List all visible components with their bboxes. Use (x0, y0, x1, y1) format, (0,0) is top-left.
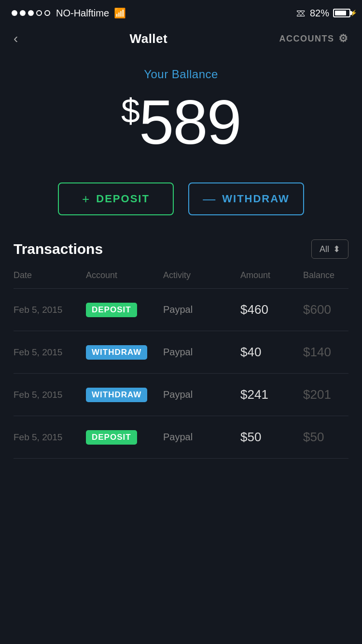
balance-section: Your Ballance $589 (0, 53, 362, 173)
action-buttons: + DEPOSIT — WITHDRAW (0, 173, 362, 239)
table-header: Date Account Activity Amount Balance (14, 270, 348, 289)
filter-dropdown[interactable]: All ⬍ (311, 239, 348, 259)
col-activity: Activity (163, 270, 240, 280)
cell-activity-3: Paypal (163, 432, 240, 443)
account-badge-2: WITHDRAW (86, 388, 147, 402)
bluetooth-icon: ⯴ (296, 8, 306, 19)
col-date: Date (14, 270, 86, 280)
withdraw-label: WITHDRAW (222, 193, 289, 205)
accounts-label: ACCOUNTS (279, 34, 334, 44)
deposit-label: DEPOSIT (96, 193, 150, 205)
dot-1 (12, 10, 17, 16)
balance-value: 589 (139, 87, 241, 157)
transactions-title: Transactions (14, 241, 103, 257)
battery-icon: ⚡ (333, 9, 350, 17)
cell-balance-0: $600 (303, 302, 356, 317)
status-left: NO-Halftime 📶 (12, 7, 126, 19)
balance-amount: $589 (121, 91, 241, 154)
back-button[interactable]: ‹ (14, 31, 18, 46)
account-badge-3: DEPOSIT (86, 430, 137, 445)
balance-label: Your Ballance (144, 68, 218, 81)
transactions-section: Transactions All ⬍ Date Account Activity… (0, 239, 362, 459)
cell-amount-2: $241 (240, 387, 303, 402)
dot-2 (20, 10, 26, 16)
cell-amount-0: $460 (240, 302, 303, 317)
table-body: Feb 5, 2015 DEPOSIT Paypal $460 $600 Feb… (14, 289, 348, 459)
cell-date-2: Feb 5, 2015 (14, 390, 86, 400)
account-badge-1: WITHDRAW (86, 345, 147, 360)
carrier-name: NO-Halftime (56, 8, 109, 19)
dot-3 (28, 10, 34, 16)
wifi-icon: 📶 (114, 7, 126, 19)
currency-symbol: $ (121, 92, 139, 130)
battery-percentage: 82% (310, 8, 329, 19)
deposit-icon: + (82, 193, 90, 205)
cell-balance-1: $140 (303, 345, 356, 360)
cell-date-0: Feb 5, 2015 (14, 305, 86, 315)
cell-activity-1: Paypal (163, 347, 240, 358)
table-row: Feb 5, 2015 DEPOSIT Paypal $460 $600 (14, 289, 348, 331)
filter-value: All (320, 244, 329, 254)
accounts-button[interactable]: ACCOUNTS ⚙ (279, 32, 349, 45)
cell-account-3: DEPOSIT (86, 430, 163, 445)
gear-icon: ⚙ (338, 32, 349, 45)
table-row: Feb 5, 2015 DEPOSIT Paypal $50 $50 (14, 416, 348, 459)
cell-activity-2: Paypal (163, 389, 240, 400)
cell-date-3: Feb 5, 2015 (14, 432, 86, 443)
table-row: Feb 5, 2015 WITHDRAW Paypal $241 $201 (14, 374, 348, 416)
nav-bar: ‹ Wallet ACCOUNTS ⚙ (0, 24, 362, 53)
cell-amount-1: $40 (240, 345, 303, 360)
cell-amount-3: $50 (240, 430, 303, 445)
cell-account-0: DEPOSIT (86, 303, 163, 317)
cell-account-2: WITHDRAW (86, 388, 163, 402)
deposit-button[interactable]: + DEPOSIT (58, 182, 174, 215)
page-title: Wallet (130, 31, 168, 46)
dot-4 (36, 10, 42, 16)
col-account: Account (86, 270, 163, 280)
cell-balance-3: $50 (303, 430, 356, 445)
signal-dots (12, 10, 50, 16)
transactions-header: Transactions All ⬍ (14, 239, 348, 259)
withdraw-button[interactable]: — WITHDRAW (188, 182, 304, 215)
cell-date-1: Feb 5, 2015 (14, 347, 86, 358)
col-amount: Amount (240, 270, 303, 280)
filter-arrow: ⬍ (333, 244, 340, 254)
status-bar: NO-Halftime 📶 ⯴ 82% ⚡ (0, 0, 362, 24)
cell-activity-0: Paypal (163, 304, 240, 315)
cell-balance-2: $201 (303, 387, 356, 402)
col-balance: Balance (303, 270, 356, 280)
account-badge-0: DEPOSIT (86, 303, 137, 317)
withdraw-icon: — (203, 193, 216, 205)
cell-account-1: WITHDRAW (86, 345, 163, 360)
table-row: Feb 5, 2015 WITHDRAW Paypal $40 $140 (14, 331, 348, 374)
dot-5 (44, 10, 50, 16)
status-right: ⯴ 82% ⚡ (296, 8, 350, 19)
